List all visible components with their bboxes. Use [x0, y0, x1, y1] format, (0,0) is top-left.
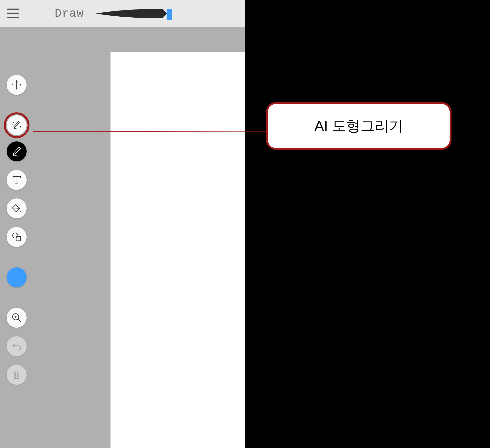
shapes-tool-button[interactable]: [7, 227, 27, 247]
svg-rect-1: [16, 237, 20, 241]
hamburger-line-icon: [7, 9, 19, 10]
drawing-canvas[interactable]: [111, 52, 245, 448]
undo-icon: [11, 341, 22, 352]
svg-line-6: [33, 131, 266, 132]
move-arrows-icon: [11, 79, 22, 91]
text-tool-button[interactable]: [7, 170, 27, 190]
move-tool-button[interactable]: [7, 75, 27, 95]
zoom-tool-button[interactable]: [7, 308, 27, 328]
svg-line-3: [18, 319, 20, 322]
pen-icon: [11, 146, 22, 157]
fill-tool-button[interactable]: [7, 198, 27, 219]
top-bar: Draw: [0, 0, 245, 27]
ai-pencil-sparkle-icon: [11, 120, 22, 131]
callout-label: AI 도형그리기: [314, 116, 403, 136]
zoom-in-icon: [11, 312, 22, 324]
ai-shape-tool-button[interactable]: [7, 115, 27, 135]
vertical-toolbar: [7, 75, 27, 393]
text-t-icon: [11, 174, 22, 186]
callout-connector-line: [33, 131, 266, 133]
trash-icon: [11, 369, 22, 380]
hamburger-line-icon: [7, 13, 19, 14]
paint-bucket-icon: [11, 203, 22, 214]
brush-stroke-icon: [96, 9, 167, 18]
mode-label: Draw: [55, 7, 84, 20]
brush-size-slider[interactable]: [96, 6, 176, 21]
svg-point-0: [13, 233, 18, 238]
hamburger-line-icon: [7, 17, 19, 18]
hamburger-menu-button[interactable]: [7, 6, 21, 21]
pen-tool-button[interactable]: [7, 141, 27, 161]
undo-button[interactable]: [7, 336, 27, 356]
slider-handle[interactable]: [166, 9, 172, 20]
shapes-icon: [11, 231, 22, 243]
app-panel: Draw: [0, 0, 245, 448]
callout-box: AI 도형그리기: [266, 102, 452, 150]
color-picker-button[interactable]: [7, 267, 27, 287]
delete-button[interactable]: [7, 365, 27, 385]
